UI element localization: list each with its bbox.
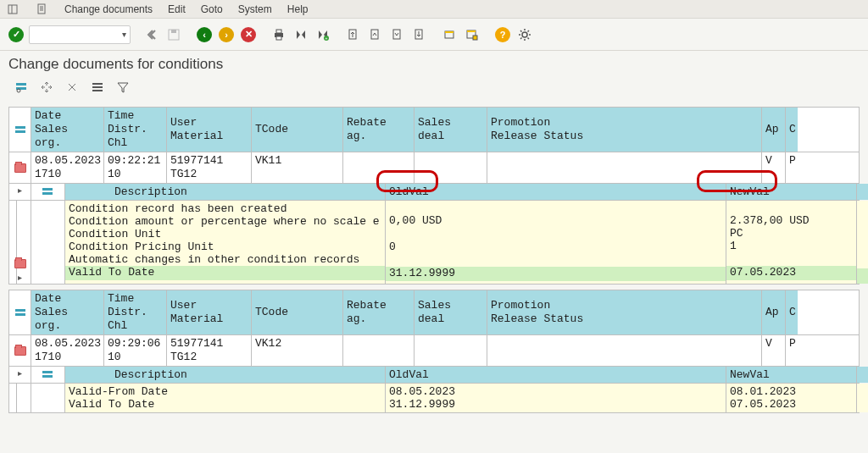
svg-rect-3	[171, 30, 176, 33]
detail-new: 07.05.2023	[726, 266, 856, 280]
menu-bar: Change documents Edit Goto System Help	[0, 0, 868, 19]
page-last-icon[interactable]	[410, 25, 429, 44]
cell-date: 08.05.2023	[35, 154, 101, 168]
col-selector-icon[interactable]	[9, 108, 31, 152]
save-button[interactable]	[164, 25, 183, 44]
sub-toolbar	[0, 78, 868, 102]
filter-icon[interactable]	[12, 78, 31, 97]
row-toggle[interactable]: ▸	[9, 184, 31, 200]
filter2-icon[interactable]	[114, 78, 132, 97]
detail-new	[726, 252, 856, 266]
settings-icon[interactable]	[515, 25, 534, 44]
layout-icon[interactable]	[463, 25, 481, 44]
svg-text:+: +	[326, 36, 328, 41]
th-user: User	[170, 116, 197, 130]
menu-change-documents[interactable]: Change documents	[64, 3, 153, 15]
th-salesorg: Sales org.	[35, 123, 100, 150]
nested-body: ▸ Condition record has been created Cond…	[9, 201, 859, 284]
svg-rect-6	[276, 36, 281, 40]
detail-old: 31.12.9999	[386, 267, 726, 281]
th-rebate: Rebate ag.	[347, 116, 410, 143]
svg-rect-10	[371, 30, 378, 39]
detail-old	[386, 201, 726, 214]
col-selector-icon[interactable]	[9, 290, 31, 334]
detail-desc: Condition Pricing Unit	[65, 240, 385, 253]
change-doc-block-2: DateSales org. TimeDistr. Chl UserMateri…	[8, 290, 860, 413]
page-first-icon[interactable]	[344, 25, 363, 44]
detail-desc: Condition Unit	[65, 228, 385, 240]
find-button[interactable]	[292, 25, 310, 44]
nested-header: ▸ Description OldVal NewVal	[9, 184, 859, 201]
th-time: Time	[108, 109, 134, 123]
th-salesdeal: Sales deal	[418, 116, 483, 143]
th-tcode: TCode	[255, 123, 288, 136]
th-ap: Ap	[765, 123, 779, 136]
nested-selector-icon[interactable]	[31, 184, 65, 200]
page-down-icon[interactable]	[388, 25, 407, 44]
main-toolbar: ✓ ▾ ‹ › ✕ + ?	[0, 19, 868, 51]
cell-user: 51977141	[170, 154, 223, 168]
cell-tcode: VK11	[255, 154, 281, 168]
detail-old	[386, 253, 726, 267]
nav-back-button[interactable]: ‹	[195, 25, 214, 44]
collapse-icon[interactable]	[63, 78, 81, 97]
cell-salesorg: 1710	[35, 168, 61, 181]
folder-icon[interactable]	[14, 163, 26, 173]
th-material: Material	[170, 130, 223, 143]
detail-desc: Automatic changes in other condition rec…	[65, 253, 385, 266]
lines-icon[interactable]	[88, 78, 107, 97]
svg-rect-33	[42, 192, 53, 195]
table-row[interactable]: 08.05.20231710 09:29:0610 51977141TG12 V…	[9, 335, 859, 367]
th-release: Release Status	[491, 130, 583, 143]
th-date: Date	[35, 109, 61, 123]
svg-rect-31	[15, 130, 25, 133]
folder-icon[interactable]	[14, 259, 26, 268]
menu-help[interactable]: Help	[287, 3, 309, 15]
detail-new: 07.05.2023	[726, 398, 856, 412]
svg-rect-32	[42, 188, 53, 191]
back-first-button[interactable]	[142, 25, 161, 44]
cancel-button[interactable]: ✕	[239, 25, 258, 44]
th-c: C	[789, 123, 796, 136]
svg-rect-35	[15, 313, 25, 316]
menu-edit[interactable]: Edit	[168, 3, 186, 15]
help-button[interactable]: ?	[493, 25, 512, 44]
menu-goto[interactable]: Goto	[201, 3, 223, 15]
cell-material: TG12	[170, 168, 197, 181]
nested-header: ▸ Description OldVal NewVal	[9, 367, 859, 384]
detail-new: 1	[726, 240, 856, 252]
nav-exit-button[interactable]: ›	[217, 25, 236, 44]
svg-rect-14	[445, 31, 453, 33]
svg-rect-5	[276, 30, 281, 33]
svg-point-18	[522, 32, 527, 37]
svg-rect-37	[42, 375, 53, 378]
svg-rect-11	[393, 30, 400, 39]
window-icon	[7, 3, 20, 16]
accept-button[interactable]: ✓	[7, 25, 25, 44]
th-distr: Distr. Chl	[108, 123, 163, 150]
new-window-icon[interactable]	[441, 25, 459, 44]
menu-system[interactable]: System	[238, 3, 272, 15]
detail-desc: Valid To Date	[65, 398, 385, 412]
detail-desc: Valid-From Date	[65, 384, 385, 398]
change-doc-block-1: DateSales org. TimeDistr. Chl UserMateri…	[8, 107, 860, 285]
svg-rect-36	[42, 371, 53, 373]
svg-rect-0	[8, 5, 17, 14]
svg-line-26	[528, 30, 530, 32]
detail-old: 0,00 USD	[386, 214, 726, 227]
page-up-icon[interactable]	[366, 25, 385, 44]
cell-time: 09:22:21	[108, 154, 160, 168]
detail-old: 31.12.9999	[386, 398, 726, 412]
cell-distr: 10	[108, 168, 121, 181]
cell-ap: V	[765, 154, 772, 168]
svg-line-23	[520, 30, 522, 32]
table-row[interactable]: 08.05.20231710 09:22:2110 51977141TG12 V…	[9, 152, 859, 184]
find-next-button[interactable]: +	[314, 25, 332, 44]
expand-icon[interactable]	[37, 78, 56, 97]
detail-desc: Condition amount or percentage where no …	[65, 215, 385, 228]
page-title: Change documents for conditions	[0, 51, 868, 78]
folder-icon[interactable]	[14, 346, 26, 356]
row-toggle[interactable]: ▸	[9, 367, 31, 383]
command-field[interactable]: ▾	[29, 25, 131, 44]
print-button[interactable]	[270, 25, 288, 44]
